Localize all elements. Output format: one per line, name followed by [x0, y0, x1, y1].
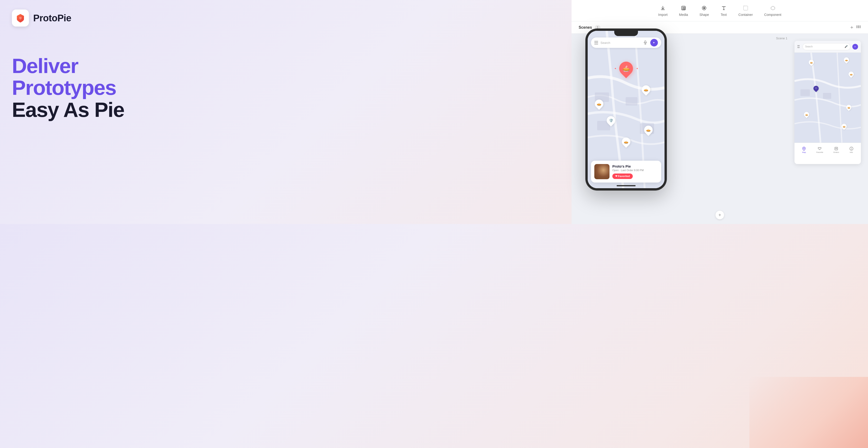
- tagline-line3: Easy As Pie: [12, 99, 126, 121]
- left-section: ProtoPie Deliver Prototypes Easy As Pie: [0, 0, 137, 224]
- tagline-line2: Prototypes: [12, 77, 126, 99]
- logo-icon: [12, 9, 29, 27]
- logo-text: ProtoPie: [33, 13, 71, 24]
- tagline: Deliver Prototypes Easy As Pie: [12, 55, 126, 121]
- logo-area: ProtoPie: [12, 9, 126, 27]
- tagline-line1: Deliver: [12, 55, 126, 77]
